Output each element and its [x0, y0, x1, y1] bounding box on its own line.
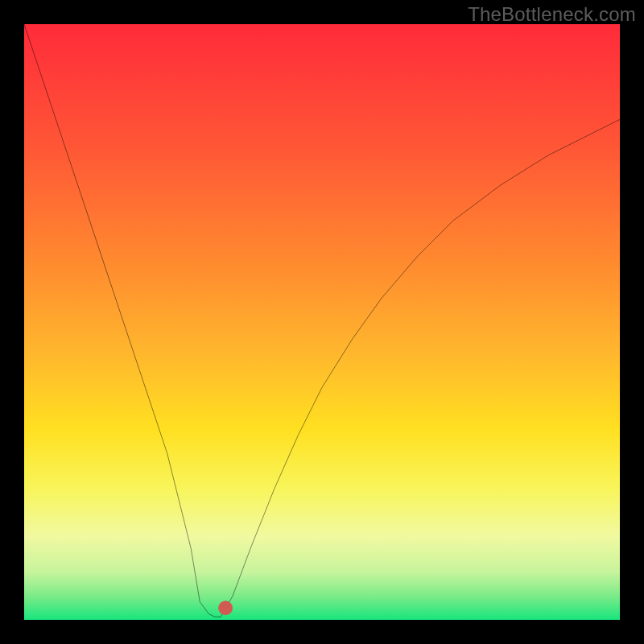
min-point-marker: [218, 601, 233, 615]
bottleneck-curve: [24, 24, 620, 620]
plot-area: [24, 24, 620, 620]
watermark-text: TheBottleneck.com: [468, 3, 636, 26]
chart-frame: TheBottleneck.com: [0, 0, 644, 644]
